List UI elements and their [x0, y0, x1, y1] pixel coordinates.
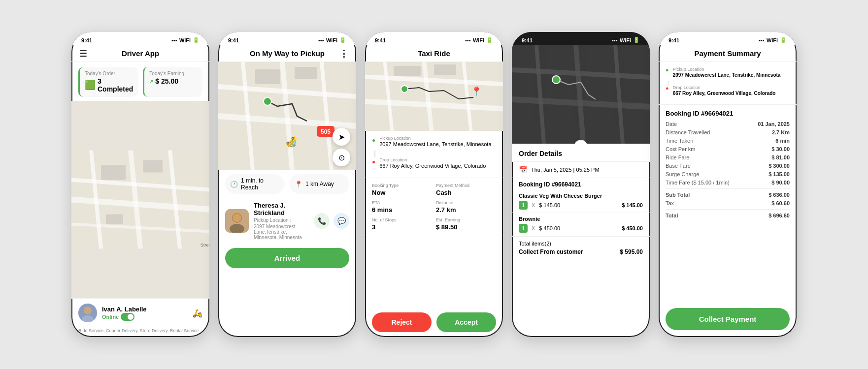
clock-icon: 🕐: [230, 181, 238, 188]
taxi-header: Taxi Ride: [365, 45, 503, 62]
call-icon[interactable]: 📞: [314, 213, 330, 229]
route-line: [668, 81, 790, 85]
reject-button[interactable]: Reject: [372, 312, 432, 332]
subtotal-value: $ 636.00: [768, 192, 790, 198]
eta-distance-value: 1 km Away: [305, 181, 334, 187]
subtotal-label: Sub Total: [666, 192, 690, 198]
booking-type-value: Now: [372, 189, 432, 196]
row-value: $ 90.00: [771, 180, 790, 185]
row-value: 2.7 Km: [772, 129, 790, 135]
collect-amount: $ 595.00: [620, 248, 643, 255]
qty-badge-1: 1: [519, 201, 528, 210]
status-bar-4: 9:41 ▪▪▪ WiFi 🔋: [512, 32, 650, 45]
total-items-label: Total items(2): [519, 241, 551, 246]
qty-badge-2: 1: [519, 224, 528, 233]
summary-rows: Date01 Jan, 2025Distance Travelled2.7 Km…: [666, 121, 790, 185]
action-icons: 📞 💬: [314, 213, 349, 229]
eta-row: 🕐 1 min. to Reach 📍 1 km Away: [218, 170, 356, 198]
drop-location: ● Drop Location 667 Roy Alley, Greenwood…: [372, 157, 496, 169]
tax-label: Tax: [666, 200, 674, 206]
time-5: 9:41: [668, 37, 679, 43]
row-value: $ 300.00: [768, 163, 790, 169]
page-title-1: Driver App: [122, 49, 159, 58]
driver-card-address: 2097 Meadowcrest Lane,Tenstrike, Minneso…: [254, 224, 309, 240]
direction-fab[interactable]: ➤: [333, 128, 350, 146]
svg-text:505: 505: [321, 128, 331, 135]
driver-profile: Ivan A. Labelle Online 🛵: [71, 298, 209, 327]
signal-icon-2: ▪▪▪: [318, 37, 324, 43]
booking-id-4: Booking ID #96694021: [512, 178, 650, 190]
food-item-1: Classic Veg With Cheese Burger 1 X $ 145…: [512, 190, 650, 213]
food-name-2: Brownie: [519, 216, 643, 222]
app-header-2: On My Way to Pickup ⋮: [218, 45, 356, 62]
order-datetime: Thu, Jan 5, 2025 | 05:25 PM: [531, 167, 600, 173]
driver-card-info: Theresa J. Strickland Pickup Location : …: [254, 202, 309, 240]
more-options-icon[interactable]: ⋮: [339, 48, 348, 59]
signal-4: ▪▪▪: [612, 37, 618, 43]
action-buttons: Reject Accept: [365, 308, 503, 337]
row-label: Time Fare ($ 15.00 / 1min): [666, 180, 730, 185]
summary-detail-row: Time Taken6 min: [666, 138, 790, 144]
phone4-order-details: 9:41 ▪▪▪ WiFi 🔋 ✕ Order Details 📅 Thu, J…: [512, 32, 650, 337]
row-value: 6 min: [775, 138, 790, 144]
signal-3: ▪▪▪: [465, 37, 471, 43]
collect-payment-button[interactable]: Collect Payment: [666, 308, 790, 330]
unit-price-1: $ 145.00: [539, 202, 560, 208]
signal-icons-1: ▪▪▪ WiFi 🔋: [171, 37, 200, 43]
wifi-5: WiFi: [767, 37, 778, 43]
payment-drop-label: Drop Location: [673, 85, 776, 90]
signal-icons-4: ▪▪▪ WiFi 🔋: [612, 37, 640, 43]
battery-3: 🔋: [486, 37, 493, 43]
pin-icon: 📍: [295, 181, 302, 188]
ride-details: Booking Type Now Payment Method Cash ETA…: [365, 178, 503, 236]
stats-row: Today's Order 🟩 3 Completed Today's Earn…: [71, 62, 209, 101]
online-badge: Online: [102, 313, 188, 321]
location-fab[interactable]: ⊙: [333, 149, 350, 166]
driver-photo: [225, 209, 249, 233]
online-toggle[interactable]: [121, 313, 134, 321]
total-label: Total: [666, 213, 678, 218]
message-icon[interactable]: 💬: [334, 213, 349, 229]
booking-id-5: Booking ID #96694021: [666, 110, 790, 117]
payment-method: Payment Method Cash: [436, 183, 496, 196]
app-header-1: ☰ Driver App: [71, 45, 209, 62]
time-2: 9:41: [228, 37, 239, 43]
wifi-3: WiFi: [473, 37, 484, 43]
pickup-location: ● Pickup Location 2097 Meadowcrest Lane,…: [372, 136, 496, 148]
svg-rect-7: [101, 165, 126, 180]
svg-point-38: [401, 86, 408, 92]
summary-detail-row: Distance Travelled2.7 Km: [666, 129, 790, 135]
total-items-row: Total items(2): [519, 241, 643, 246]
row-label: Time Taken: [666, 138, 693, 144]
stops-label: No. of Stops: [372, 217, 432, 222]
row-label: Distance Travelled: [666, 129, 710, 135]
total-value: $ 696.60: [768, 213, 790, 218]
summary-detail-row: Surge Charge$ 135.00: [666, 171, 790, 177]
driver-services: Ride Service, Courier Delivery, Store De…: [78, 328, 202, 333]
distance-label: Distance: [436, 200, 496, 205]
pickup-dot: ●: [372, 137, 375, 144]
pickup-text: 2097 Meadowcrest Lane, Tenstrike, Minnes…: [379, 141, 491, 148]
driver-info: Ivan A. Labelle Online: [102, 306, 188, 321]
total-section: Total items(2) Collect From customer $ 5…: [512, 236, 650, 261]
drop-label: Drop Location: [379, 157, 486, 162]
accept-button[interactable]: Accept: [436, 312, 496, 332]
arrived-button[interactable]: Arrived: [225, 248, 349, 268]
menu-icon[interactable]: ☰: [79, 48, 87, 59]
trend-icon: ↗: [149, 79, 153, 84]
wifi-icon-2: WiFi: [326, 37, 337, 43]
collect-label: Collect From customer: [519, 248, 583, 255]
eta-value: 6 mins: [372, 206, 432, 214]
unit-price-2: $ 450.00: [539, 225, 560, 231]
tax-value: $ 60.60: [771, 200, 790, 206]
payment-pickup-text: 2097 Meadowcrest Lane, Tenstrike, Minnes…: [673, 72, 781, 78]
status-bar-5: 9:41 ▪▪▪ WiFi 🔋: [659, 32, 797, 45]
driver-card-role: Pickup Location :: [254, 217, 309, 223]
food-qty-row-2: 1 X $ 450.00 $ 450.00: [519, 224, 643, 233]
row-value: $ 81.00: [771, 154, 790, 160]
earning-detail: Est. Earning $ 89.50: [436, 217, 496, 231]
food-name-1: Classic Veg With Cheese Burger: [519, 193, 643, 199]
divider-1: [666, 188, 790, 189]
summary-detail-row: Date01 Jan, 2025: [666, 121, 790, 127]
eta-time-value: 1 min. to Reach: [241, 177, 280, 191]
